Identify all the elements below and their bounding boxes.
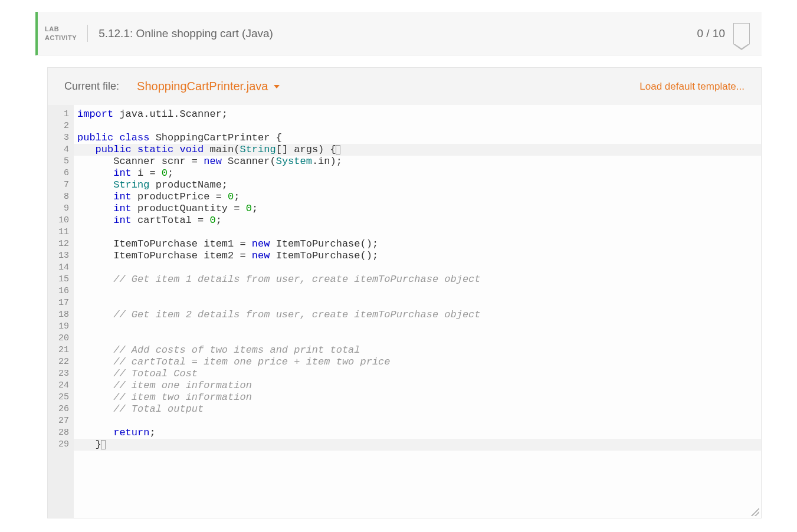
line-number: 28	[50, 427, 69, 439]
code-line[interactable]: public static void main(String[] args) {	[74, 144, 761, 156]
code-line[interactable]	[74, 297, 761, 309]
code-line[interactable]: // Total output	[74, 403, 761, 415]
code-line[interactable]: // Get item 1 details from user, create …	[74, 274, 761, 285]
code-line[interactable]	[74, 333, 761, 344]
resize-handle-icon[interactable]	[751, 508, 759, 516]
line-number: 19	[50, 321, 69, 333]
editor-panel: Current file: ShoppingCartPrinter.java L…	[47, 67, 762, 518]
line-number: 15	[50, 274, 69, 285]
file-bar: Current file: ShoppingCartPrinter.java L…	[48, 68, 761, 105]
code-line[interactable]: Scanner scnr = new Scanner(System.in);	[74, 156, 761, 168]
line-number: 14	[50, 262, 69, 274]
line-number: 4	[50, 144, 69, 156]
line-number: 9	[50, 203, 69, 215]
code-line[interactable]: int productQuantity = 0;	[74, 203, 761, 215]
line-number: 10	[50, 215, 69, 226]
line-number: 26	[50, 403, 69, 415]
code-line[interactable]: }	[74, 439, 761, 451]
cursor-icon	[101, 440, 106, 449]
line-number: 29	[50, 439, 69, 451]
line-number: 11	[50, 226, 69, 238]
line-number: 27	[50, 415, 69, 427]
code-editor[interactable]: 1234567891011121314151617181920212223242…	[48, 105, 761, 518]
line-number: 22	[50, 356, 69, 368]
line-number: 1	[50, 109, 69, 120]
line-number: 3	[50, 132, 69, 144]
code-line[interactable]: import java.util.Scanner;	[74, 109, 761, 120]
line-number: 13	[50, 250, 69, 262]
lab-header: LAB ACTIVITY 5.12.1: Online shopping car…	[35, 12, 762, 55]
lab-page: LAB ACTIVITY 5.12.1: Online shopping car…	[0, 12, 797, 518]
line-number: 24	[50, 380, 69, 392]
line-number: 16	[50, 285, 69, 297]
code-line[interactable]	[74, 285, 761, 297]
line-number: 5	[50, 156, 69, 168]
code-line[interactable]	[74, 321, 761, 333]
code-line[interactable]: // item two information	[74, 392, 761, 403]
line-number: 6	[50, 168, 69, 179]
score-display: 0 / 10	[697, 27, 725, 40]
code-line[interactable]	[74, 226, 761, 238]
cursor-icon	[336, 145, 340, 155]
line-number: 23	[50, 368, 69, 380]
code-line[interactable]: // Totoal Cost	[74, 368, 761, 380]
code-line[interactable]	[74, 120, 761, 132]
code-line[interactable]	[74, 415, 761, 427]
code-line[interactable]: String productName;	[74, 179, 761, 191]
code-line[interactable]: int i = 0;	[74, 168, 761, 179]
lab-label-line2: ACTIVITY	[45, 34, 77, 42]
activity-title: 5.12.1: Online shopping cart (Java)	[99, 27, 697, 40]
load-default-template-link[interactable]: Load default template...	[639, 81, 744, 93]
line-number: 7	[50, 179, 69, 191]
file-name: ShoppingCartPrinter.java	[137, 80, 268, 93]
code-line[interactable]	[74, 262, 761, 274]
line-number: 20	[50, 333, 69, 344]
lab-label-line1: LAB	[45, 25, 77, 33]
shield-icon	[733, 23, 750, 44]
code-line[interactable]: // item one information	[74, 380, 761, 392]
code-line[interactable]: public class ShoppingCartPrinter {	[74, 132, 761, 144]
line-number-gutter: 1234567891011121314151617181920212223242…	[48, 105, 74, 518]
code-line[interactable]: // Get item 2 details from user, create …	[74, 309, 761, 321]
code-area[interactable]: import java.util.Scanner;public class Sh…	[74, 105, 761, 518]
file-selector[interactable]: ShoppingCartPrinter.java	[137, 80, 280, 93]
code-line[interactable]: // Add costs of two items and print tota…	[74, 344, 761, 356]
current-file-label: Current file:	[64, 78, 119, 94]
code-line[interactable]: ItemToPurchase item2 = new ItemToPurchas…	[74, 250, 761, 262]
line-number: 8	[50, 191, 69, 203]
line-number: 17	[50, 297, 69, 309]
caret-down-icon	[274, 85, 280, 88]
line-number: 12	[50, 238, 69, 250]
line-number: 18	[50, 309, 69, 321]
code-line[interactable]: return;	[74, 427, 761, 439]
line-number: 2	[50, 120, 69, 132]
code-line[interactable]: int productPrice = 0;	[74, 191, 761, 203]
line-number: 25	[50, 392, 69, 403]
lab-activity-label: LAB ACTIVITY	[45, 25, 88, 42]
code-line[interactable]: // cartTotal = item one price + item two…	[74, 356, 761, 368]
code-line[interactable]: int cartTotal = 0;	[74, 215, 761, 226]
code-line[interactable]: ItemToPurchase item1 = new ItemToPurchas…	[74, 238, 761, 250]
line-number: 21	[50, 344, 69, 356]
